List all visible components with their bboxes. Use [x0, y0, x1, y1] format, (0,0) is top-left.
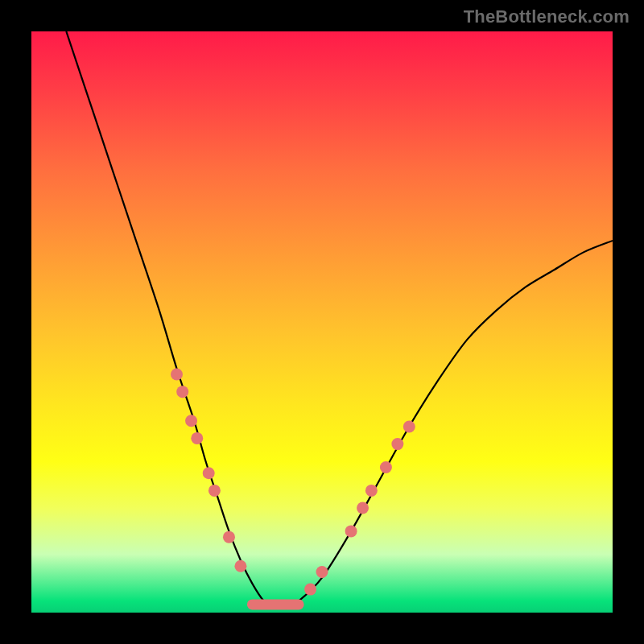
data-marker	[176, 386, 188, 398]
data-marker	[357, 502, 369, 514]
data-marker	[391, 438, 403, 450]
data-marker	[304, 584, 316, 596]
data-marker	[234, 560, 246, 572]
data-marker	[380, 461, 392, 473]
data-marker	[191, 432, 203, 444]
watermark-text: TheBottleneck.com	[464, 6, 630, 27]
data-marker	[185, 415, 197, 427]
chart-frame: TheBottleneck.com	[0, 0, 644, 644]
data-marker	[365, 485, 378, 497]
data-marker	[403, 420, 415, 432]
data-marker	[208, 485, 221, 497]
plot-area	[31, 31, 613, 613]
data-marker	[171, 368, 183, 380]
data-marker	[223, 531, 235, 543]
bottleneck-curve	[31, 31, 613, 613]
data-marker	[316, 566, 328, 578]
data-marker	[203, 467, 215, 479]
data-marker	[345, 525, 357, 537]
